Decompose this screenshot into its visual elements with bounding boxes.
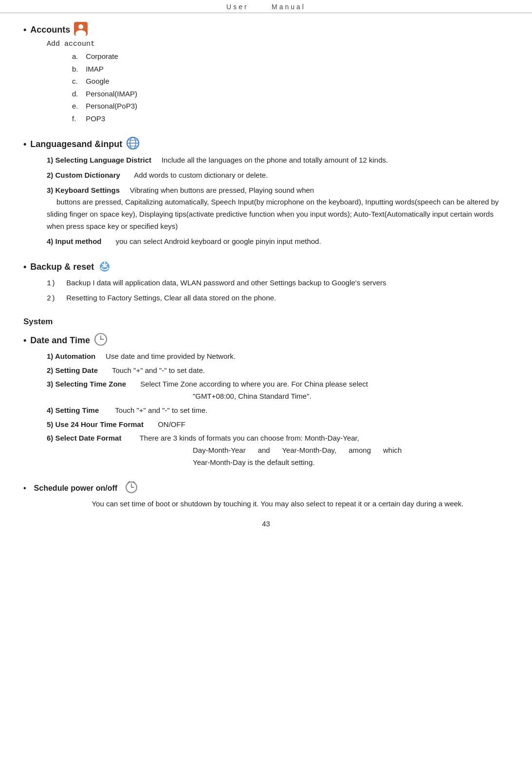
bullet-backup: • <box>23 262 26 272</box>
accounts-icon <box>74 22 88 38</box>
lang-item-1: 1) Selecting Language District Include a… <box>47 154 509 167</box>
dt-item-5: 5) Use 24 Hour Time Format ON/OFF <box>47 419 509 431</box>
clock-icon <box>94 333 108 349</box>
list-item: a. Corporate <box>72 50 509 63</box>
backup-icon <box>98 259 111 275</box>
account-list: a. Corporate b. IMAP c. Google d. Person… <box>72 50 509 125</box>
list-item: c. Google <box>72 75 509 88</box>
list-item: f. POP3 <box>72 112 509 125</box>
bullet-accounts: • <box>23 25 26 35</box>
dt-item-4: 4) Setting Time Touch "+" and "-" to set… <box>47 405 509 417</box>
accounts-section: • Accounts Add account a. Corporate b. I… <box>23 22 509 125</box>
dt-item-1: 1) Automation Use date and time provided… <box>47 351 509 363</box>
schedule-section: • Schedule power on/off You can set time… <box>23 481 509 510</box>
backup-title: • Backup & reset <box>23 259 509 275</box>
dt-item-3: 3) Selecting Time Zone Select Time Zone … <box>47 378 509 403</box>
languages-section: • Languagesand &input 1) Selecting Langu… <box>23 136 509 247</box>
header-right: Manual <box>272 3 306 11</box>
page-header: User Manual <box>0 0 532 13</box>
bullet-schedule: • <box>23 484 26 493</box>
bullet-datetime: • <box>23 335 26 346</box>
system-heading: System <box>23 317 509 327</box>
date-time-title: • Date and Time <box>23 333 509 349</box>
lang-item-3: 3) Keyboard Settings Vibrating when butt… <box>47 185 509 233</box>
schedule-icon <box>124 481 139 496</box>
svg-point-1 <box>78 24 83 29</box>
accounts-title: • Accounts <box>23 22 509 38</box>
backup-item-2: 2) Resetting to Factory Settings, Clear … <box>47 292 509 305</box>
date-time-section: • Date and Time 1) Automation Use date a… <box>23 333 509 469</box>
add-account-label: Add account <box>47 40 509 48</box>
bullet-languages: • <box>23 139 26 149</box>
backup-section: • Backup & reset 1) Backup I data will <box>23 259 509 305</box>
list-item: e. Personal(PoP3) <box>72 100 509 112</box>
schedule-desc: You can set time of boot or shutdown by … <box>47 498 509 510</box>
languages-title: • Languagesand &input <box>23 136 509 152</box>
page-number: 43 <box>23 519 509 528</box>
list-item: b. IMAP <box>72 63 509 75</box>
header-left: User <box>226 3 249 11</box>
lang-item-4: 4) Input method you can select Android k… <box>47 236 509 248</box>
dt-item-6: 6) Select Date Format There are 3 kinds … <box>47 432 509 468</box>
schedule-title: • Schedule power on/off <box>23 481 509 496</box>
backup-item-1: 1) Backup I data will application data, … <box>47 277 509 290</box>
list-item: d. Personal(IMAP) <box>72 88 509 100</box>
globe-icon <box>126 136 140 152</box>
lang-item-2: 2) Custom Dictionary Add words to custom… <box>47 169 509 182</box>
dt-item-2: 2) Setting Date Touch "+" and "-" to set… <box>47 365 509 377</box>
